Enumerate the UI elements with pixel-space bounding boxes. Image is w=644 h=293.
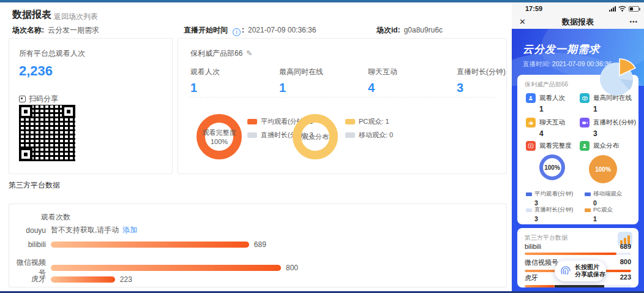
legend-label: PC观众 [593,206,613,214]
audience-donut-label: 观众分布 [282,132,349,142]
bar-value: 223 [120,275,132,284]
bar-value: 689 [620,243,631,250]
m-stat-label: 直播时长(分钟) [593,118,636,127]
signal-icon [609,6,616,12]
total-views-value: 2,236 [19,63,53,79]
m-stat-audience: 观众分布 [580,141,619,151]
qr-share: 扫码分享 [19,94,58,104]
legend-label: 移动观众: 0 [359,131,393,140]
stat-chat: 聊天互动 4 [368,67,457,95]
channel-stats-row: 观看人次 1 最高同时在线 1 聊天互动 4 直播时长(分钟) 3 [190,67,545,95]
start-time: 直播开始时间i:2021-07-09 00:36:36 [184,25,316,36]
bar-row-huya: 虎牙 223 [14,274,132,284]
legend-item: 移动观众: 0 [345,131,393,140]
bar-label: douyu [14,226,46,235]
banner-title: 云分发一期需求 [523,42,600,56]
m-stat-completeness: 观看完整度 [526,141,572,151]
douyu-note: 暂不支持获取,请手动 [51,225,119,235]
session-id-label: 场次id: [376,26,400,34]
bar-value: 689 [254,240,266,249]
third-party-section-title: 第三方平台数据 [9,180,60,191]
legend-item: PC观众: 1 [345,117,393,126]
back-label: 返回场次列表 [54,12,98,21]
legend-label: 移动端观众 [593,190,623,198]
divider [188,97,496,97]
channel-title-row: 保利威产品部66✎ [190,48,252,59]
total-views-label: 所有平台总观看人次 [19,48,85,59]
third-party-card: 观看次数 douyu 暂不支持获取,请手动 添加 bilibili 689 微信… [9,204,507,287]
bar-label: 虎牙 [525,273,538,283]
status-time: 17:59 [525,5,542,12]
donut-title: 观看完整度 [185,128,253,137]
long-press-watermark: 长按图片 分享或保存 [555,261,606,281]
qr-share-label: 扫码分享 [29,94,58,103]
start-time-label: 直播开始时间 [184,26,228,34]
bar-label: 微信视频号 [525,258,558,267]
mobile-status-bar: 17:59 [512,2,644,15]
stat-label: 观看人次 [190,67,279,77]
page-title: 数据报表 [12,9,51,21]
add-link[interactable]: 添加 [122,225,137,235]
bar-label: bilibili [14,240,46,249]
m-legend-avg-watch: 平均观看(分钟) 3 [526,190,573,207]
legend-label: 平均观看(分钟) [534,190,573,198]
m-stat-label: 观众分布 [593,142,619,150]
bar-value: 223 [620,273,631,283]
completeness-donut-label: 观看完整度 100% [185,128,253,146]
bar-label: bilibili [525,243,541,250]
donut-value: 100% [185,137,253,146]
start-time-value: 2021-07-09 00:36:36 [248,26,316,34]
start-time-colon: : [242,26,244,34]
m-stat-duration: 直播时长(分钟) 3 [580,118,636,138]
legend-swatch-blue [585,192,591,196]
channel-stats-card: 保利威产品部66✎ 观看人次 1 最高同时在线 1 聊天互动 4 直播时长(分钟… [178,38,507,174]
m-stat-value: 4 [539,129,565,138]
bar-row-bilibili: bilibili 689 [14,240,266,249]
fingerprint-icon [558,264,573,278]
m-bar-row-bilibili: bilibili689 [525,243,631,255]
stat-value: 1 [279,81,368,95]
mobile-stats-card: 保利威产品部66 观看人次 1 最高同时在线 1 聊天互动 4 直播时长(分钟)… [517,75,638,224]
total-views-card: 所有平台总观看人次 2,236 扫码分享 [9,38,173,174]
desktop-panel: 数据报表 ‹返回场次列表 场次名称:云分发一期需求 直播开始时间i:2021-0… [0,0,512,293]
legend-swatch-orange [585,208,591,212]
session-name: 场次名称:云分发一期需求 [12,25,99,36]
m-legend-mobile-audience: 移动端观众 0 [585,190,623,207]
session-id: 场次id:g0a8u9ru6c [376,25,443,36]
watermark-text: 长按图片 分享或保存 [575,264,605,279]
legend-value: 3 [534,215,573,223]
mobile-audience-donut: 100% [589,155,617,183]
info-icon[interactable]: i [233,28,241,36]
bar-label: 虎牙 [14,274,46,284]
legend-swatch-blue [526,192,532,196]
edit-icon[interactable]: ✎ [246,49,252,58]
top-strip [0,0,644,2]
back-arrow-icon: ‹ [47,12,49,21]
m-legend-live-duration: 直播时长(分钟) 3 [526,206,573,223]
qr-finder [62,105,75,118]
pie-decoration-icon [599,58,639,96]
bar-value: 800 [620,258,631,267]
bar-fill [525,253,616,255]
donut-title: 观众分布 [282,132,349,142]
eye-icon [580,93,590,103]
session-name-label: 场次名称: [12,26,44,34]
stat-label: 最高同时在线 [279,67,368,77]
mobile-preview-panel: 17:59 ✕ 数据报表 ••• 云分发一期需求 直播时间: 2021-07-0… [512,0,644,293]
play-icon [526,141,536,151]
legend-label: PC观众: 1 [359,117,389,126]
bar-value: 800 [286,264,298,272]
audience-icon [580,141,590,151]
qr-code [19,105,75,161]
audience-legend: PC观众: 1 移动观众: 0 [345,117,393,144]
m-stat-label: 观看完整度 [539,142,572,150]
m-legend-pc-audience: PC观众 1 [585,206,613,223]
back-to-list-link[interactable]: ‹返回场次列表 [47,12,98,22]
bar-track [525,285,631,287]
bar-fill [51,276,115,283]
bar-chart-title: 观看次数 [41,212,70,223]
legend-label: 直播时长(分钟) [534,206,573,214]
bar-fill [525,285,555,287]
qr-finder [19,148,32,161]
stat-value: 4 [368,81,457,95]
